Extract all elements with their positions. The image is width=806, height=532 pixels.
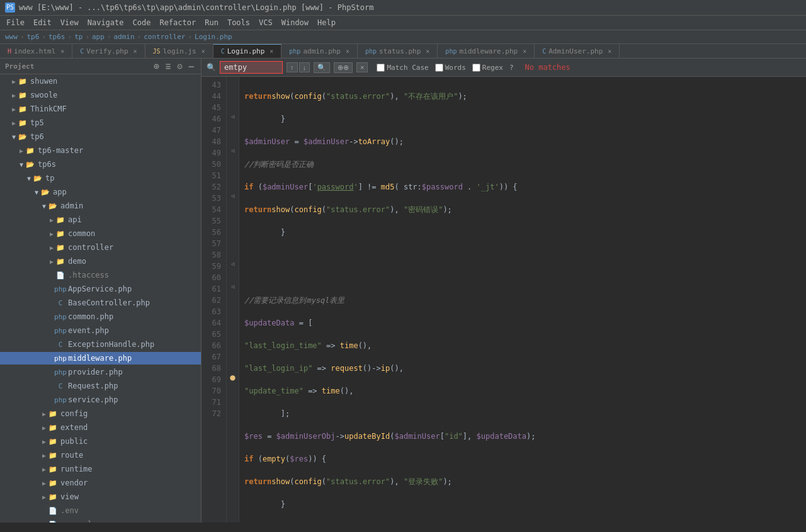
search-next-btn[interactable]: ↓ [299, 62, 310, 72]
words-checkbox[interactable]: Words [435, 64, 466, 72]
tree-item-swoole[interactable]: ▶📁swoole [0, 88, 201, 102]
words-input[interactable] [435, 64, 443, 72]
title-bar: PS www [E:\www] - ...\tp6\tp6s\tp\app\ad… [0, 0, 806, 16]
tab-close-verify-php[interactable]: × [133, 48, 137, 55]
tab-close-login-js[interactable]: × [202, 48, 205, 55]
tree-item-example-env[interactable]: ▶📄.example.env [0, 518, 201, 523]
breadcrumb-tp6[interactable]: tp6 [27, 33, 40, 41]
tree-item-route[interactable]: ▶📁route [0, 448, 201, 462]
menu-file[interactable]: File [3, 17, 28, 28]
tree-item-controller[interactable]: ▶📁controller [0, 241, 201, 254]
tree-item-api[interactable]: ▶📁api [0, 213, 201, 227]
menu-run[interactable]: Run [201, 17, 222, 28]
search-filter-btn[interactable]: ⊕⊕ [334, 62, 353, 73]
tab-middleware-php[interactable]: php middleware.php × [438, 44, 535, 58]
menu-window[interactable]: Window [278, 17, 312, 28]
code-line-44: } [244, 113, 801, 125]
tab-login-php[interactable]: C Login.php × [213, 44, 282, 58]
tree-item-admin[interactable]: ▼📂admin [0, 199, 201, 213]
search-bar: 🔍 ↑ ↓ 🔍 ⊕⊕ × Match Case Words Regex ? [202, 59, 806, 77]
tab-verify-php[interactable]: C Verify.php × [72, 44, 145, 58]
code-line-52: //需要记录信息到mysql表里 [244, 295, 801, 306]
tree-item-appservice[interactable]: ▶phpAppService.php [0, 282, 201, 296]
code-line-55: "last_login_ip" => request()->ip(), [244, 363, 801, 374]
menu-bar: File Edit View Navigate Code Refactor Ru… [0, 16, 806, 30]
breadcrumb-login-php[interactable]: Login.php [195, 33, 232, 41]
tree-item-basecontroller[interactable]: ▶CBaseController.php [0, 296, 201, 310]
tree-item-runtime[interactable]: ▶📁runtime [0, 462, 201, 476]
tree-item-tp[interactable]: ▼📂tp [0, 171, 201, 185]
tab-status-php[interactable]: php status.php × [358, 44, 438, 58]
tree-item-vendor[interactable]: ▶📁vendor [0, 476, 201, 490]
breadcrumb-controller[interactable]: controller [144, 33, 185, 41]
tree-item-htaccess[interactable]: ▶📄.htaccess [0, 268, 201, 282]
tree-item-tp6-master[interactable]: ▶📁tp6-master [0, 144, 201, 157]
breadcrumb-www[interactable]: www [5, 33, 18, 41]
tab-close-admin-php[interactable]: × [346, 48, 349, 55]
tab-bar: H index.html × C Verify.php × JS login.j… [0, 44, 806, 59]
code-line-51 [244, 272, 801, 283]
tab-close-login-php[interactable]: × [270, 48, 273, 55]
search-find-btn[interactable]: 🔍 [314, 62, 330, 73]
match-case-checkbox[interactable]: Match Case [377, 64, 428, 72]
sidebar-locate-btn[interactable]: ⊕ [152, 61, 161, 71]
tab-index-html[interactable]: H index.html × [0, 44, 72, 58]
tree-item-tp5[interactable]: ▶📁tp5 [0, 116, 201, 130]
tree-item-exceptionhandle[interactable]: ▶CExceptionHandle.php [0, 337, 201, 351]
tab-close-adminuser-php[interactable]: × [608, 48, 611, 55]
tree-item-demo[interactable]: ▶📁demo [0, 254, 201, 268]
tab-login-js[interactable]: JS login.js × [145, 44, 213, 58]
search-input[interactable] [220, 61, 283, 74]
tree-item-extend[interactable]: ▶📁extend [0, 421, 201, 434]
tree-item-provider[interactable]: ▶phpprovider.php [0, 365, 201, 379]
menu-view[interactable]: View [57, 17, 82, 28]
menu-code[interactable]: Code [129, 17, 155, 28]
tree-item-public[interactable]: ▶📁public [0, 434, 201, 448]
regex-input[interactable] [472, 64, 480, 72]
tree-item-request[interactable]: ▶CRequest.php [0, 379, 201, 393]
sidebar-title: Project [5, 62, 34, 71]
tab-close-index-html[interactable]: × [60, 48, 64, 55]
breadcrumb-tp[interactable]: tp [74, 33, 82, 41]
breadcrumb-admin[interactable]: admin [114, 33, 135, 41]
sidebar-sort-btn[interactable]: ≡ [164, 61, 173, 71]
menu-tools[interactable]: Tools [224, 17, 254, 28]
menu-vcs[interactable]: VCS [255, 17, 276, 28]
tree-item-common-php[interactable]: ▶phpcommon.php [0, 310, 201, 324]
tree-item-common[interactable]: ▶📁common [0, 227, 201, 241]
tab-close-middleware-php[interactable]: × [523, 48, 526, 55]
tree-item-thinkcmf[interactable]: ▶📁ThinkCMF [0, 102, 201, 116]
tab-admin-php[interactable]: php admin.php × [281, 44, 358, 58]
sidebar-settings-btn[interactable]: ⚙ [175, 61, 184, 71]
tree-item-env[interactable]: ▶📄.env [0, 504, 201, 518]
menu-refactor[interactable]: Refactor [156, 17, 200, 28]
code-line-47: if ($adminUser['password'] != md5( str:$… [244, 181, 801, 193]
code-editor[interactable]: return show(config("status.error"), "不存在… [239, 77, 806, 523]
tree-item-service[interactable]: ▶phpservice.php [0, 393, 201, 407]
gutter: ◁ ◁ ◁ ◁ ◁ [227, 77, 239, 523]
search-help[interactable]: ? [509, 64, 514, 72]
window-title: www [E:\www] - ...\tp6\tp6s\tp\app\admin… [19, 3, 374, 12]
regex-checkbox[interactable]: Regex [472, 64, 503, 72]
tree-item-config[interactable]: ▶📁config [0, 407, 201, 421]
tab-close-status-php[interactable]: × [426, 48, 429, 55]
tree-item-app[interactable]: ▼📂app [0, 185, 201, 199]
tab-adminuser-php[interactable]: C AdminUser.php × [535, 44, 620, 58]
menu-navigate[interactable]: Navigate [84, 17, 128, 28]
breadcrumb-tp6s[interactable]: tp6s [48, 33, 65, 41]
tree-item-middleware[interactable]: ▶phpmiddleware.php [0, 351, 201, 365]
menu-help[interactable]: Help [314, 17, 339, 28]
sidebar-minimize-btn[interactable]: — [187, 61, 196, 71]
menu-edit[interactable]: Edit [30, 17, 55, 28]
match-case-input[interactable] [377, 64, 385, 72]
code-line-56: "update_time" => time(), [244, 385, 801, 397]
tree-item-shuwen[interactable]: ▶📁shuwen [0, 74, 201, 88]
breadcrumb-app[interactable]: app [92, 33, 105, 41]
tree-item-view[interactable]: ▶📁view [0, 490, 201, 504]
search-close-btn[interactable]: × [356, 62, 368, 72]
search-prev-btn[interactable]: ↑ [287, 62, 298, 72]
tree-item-tp6[interactable]: ▼📂tp6 [0, 130, 201, 144]
tree-item-event-php[interactable]: ▶phpevent.php [0, 324, 201, 337]
line-numbers: 4344454647 4849505152 5354555657 5859606… [202, 77, 227, 523]
tree-item-tp6s[interactable]: ▼📂tp6s [0, 157, 201, 171]
